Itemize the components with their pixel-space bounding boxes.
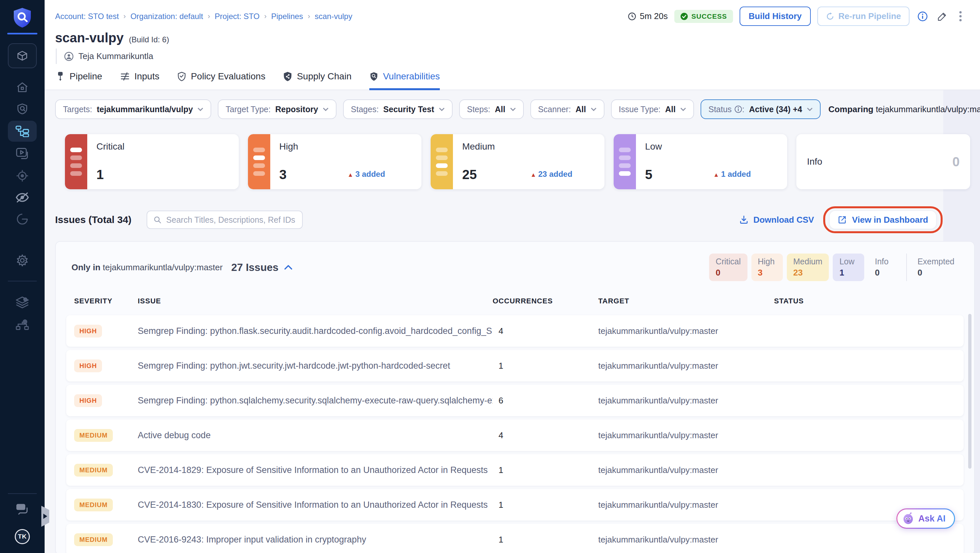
medium-gauge-icon	[431, 134, 453, 189]
edit-pencil-icon[interactable]	[936, 10, 949, 23]
filter-status[interactable]: Status : Active (34) +4	[700, 99, 821, 119]
breadcrumb-project[interactable]: Project: STO	[215, 12, 259, 21]
issue-row[interactable]: HIGH Semgrep Finding: python.jwt.securit…	[66, 350, 964, 381]
issues-count-toggle[interactable]: 27 Issues	[231, 261, 292, 273]
card-label: Medium	[462, 141, 495, 152]
issues-toolbar: Issues (Total 34) Download CSV View in D…	[55, 206, 980, 233]
tab-pipeline[interactable]: Pipeline	[56, 71, 102, 90]
page-title: scan-vulpy	[55, 30, 124, 45]
page-header: Account: STO test › Organization: defaul…	[45, 0, 980, 90]
module-selector-icon[interactable]	[8, 43, 37, 68]
download-csv-button[interactable]: Download CSV	[739, 215, 814, 225]
critical-card[interactable]: Critical 1	[65, 134, 239, 189]
filter-stages[interactable]: Stages:Security Test	[343, 99, 453, 119]
target-value: tejakummarikuntla/vulpy:master	[598, 500, 774, 510]
build-history-button[interactable]: Build History	[740, 6, 811, 26]
issue-title: Active debug code	[138, 430, 493, 440]
up-triangle-icon: ▲	[348, 172, 353, 178]
breadcrumb-separator: ›	[308, 12, 310, 21]
card-label: Critical	[96, 141, 125, 152]
refresh-icon	[826, 12, 834, 21]
low-card[interactable]: Low 5 ▲1 added	[614, 134, 788, 189]
default-settings-icon[interactable]	[15, 296, 30, 309]
tab-vulnerabilities[interactable]: Vulnerabilities	[369, 71, 440, 90]
chevron-down-icon	[591, 107, 597, 111]
pipelines-nav-item[interactable]	[8, 121, 37, 142]
chip-medium[interactable]: Medium23	[787, 254, 829, 281]
occurrences-value: 6	[493, 396, 598, 406]
targets-icon[interactable]	[16, 169, 29, 183]
inputs-icon	[120, 72, 130, 81]
high-card[interactable]: High 3 ▲3 added	[248, 134, 422, 189]
card-count: 0	[953, 154, 960, 169]
issue-title: Semgrep Finding: python.sqlalchemy.secur…	[138, 396, 493, 406]
breadcrumb-account[interactable]: Account: STO test	[55, 12, 119, 21]
settings-gear-icon[interactable]	[16, 254, 29, 267]
shield-network-icon	[283, 72, 292, 81]
card-count: 3	[280, 167, 286, 182]
baselines-icon[interactable]	[16, 213, 29, 226]
sto-logo-icon	[13, 7, 32, 28]
chip-info[interactable]: Info0	[868, 254, 900, 281]
executions-icon[interactable]	[16, 147, 29, 160]
overview-shield-icon[interactable]	[16, 102, 29, 116]
chevron-down-icon	[680, 107, 686, 111]
search-input[interactable]	[166, 215, 296, 225]
annotation-highlight-ring: View in Dashboard	[823, 206, 943, 233]
help-chat-icon[interactable]: ?	[15, 503, 30, 515]
chip-exempted[interactable]: Exempted0	[906, 254, 961, 281]
tab-policy-evaluations[interactable]: Policy Evaluations	[177, 71, 265, 90]
shield-check-icon	[177, 72, 186, 81]
main-area: Account: STO test › Organization: defaul…	[45, 0, 980, 553]
col-occurrences: OCCURRENCES	[493, 297, 598, 305]
build-duration: 5m 20s	[627, 11, 668, 21]
more-options-kebab-icon[interactable]	[955, 10, 966, 23]
table-scrollbar[interactable]	[968, 314, 972, 469]
vulnerabilities-content: Targets:tejakummarikuntla/vulpy Target T…	[45, 90, 980, 553]
breadcrumb-pipelines[interactable]: Pipelines	[271, 12, 303, 21]
view-in-dashboard-button[interactable]: View in Dashboard	[829, 210, 937, 229]
home-icon[interactable]	[16, 81, 29, 94]
ask-ai-button[interactable]: Ask AI	[896, 509, 955, 529]
user-icon	[64, 51, 74, 61]
occurrences-value: 1	[493, 500, 598, 510]
sidebar-bottom-divider	[8, 493, 37, 494]
up-triangle-icon: ▲	[713, 172, 719, 178]
breadcrumb-separator: ›	[264, 12, 266, 21]
medium-card[interactable]: Medium 25 ▲23 added	[431, 134, 605, 189]
exemptions-eye-off-icon[interactable]	[15, 192, 30, 203]
breadcrumb-organization[interactable]: Organization: default	[130, 12, 203, 21]
clock-icon	[627, 12, 636, 21]
issue-row[interactable]: HIGH Semgrep Finding: python.sqlalchemy.…	[66, 385, 964, 416]
chip-critical[interactable]: Critical0	[709, 254, 747, 281]
chevron-up-icon	[284, 265, 292, 270]
card-count: 1	[96, 167, 103, 182]
filter-targets[interactable]: Targets:tejakummarikuntla/vulpy	[55, 99, 211, 119]
issue-row[interactable]: MEDIUM CVE-2014-1830: Exposure of Sensit…	[66, 489, 964, 521]
issue-row[interactable]: MEDIUM CVE-2016-9243: Improper input val…	[66, 524, 964, 553]
breadcrumb: Account: STO test › Organization: defaul…	[55, 12, 352, 21]
chip-low[interactable]: Low1	[833, 254, 864, 281]
tab-inputs[interactable]: Inputs	[120, 71, 159, 90]
organization-settings-icon[interactable]	[15, 318, 30, 331]
chip-high[interactable]: High3	[751, 254, 783, 281]
user-avatar[interactable]: TK	[15, 529, 30, 544]
breadcrumb-separator: ›	[123, 12, 126, 21]
tab-supply-chain[interactable]: Supply Chain	[283, 71, 352, 90]
breadcrumb-current[interactable]: scan-vulpy	[315, 12, 352, 21]
target-value: tejakummarikuntla/vulpy:master	[598, 535, 774, 545]
added-delta: ▲1 added	[713, 170, 751, 179]
card-count: 25	[462, 167, 477, 182]
filter-issue-type[interactable]: Issue Type:All	[611, 99, 694, 119]
info-icon[interactable]	[916, 10, 929, 23]
ai-robot-icon	[902, 512, 915, 525]
issue-row[interactable]: HIGH Semgrep Finding: python.flask.secur…	[66, 315, 964, 347]
filter-steps[interactable]: Steps:All	[459, 99, 524, 119]
issue-row[interactable]: MEDIUM CVE-2014-1829: Exposure of Sensit…	[66, 454, 964, 486]
card-count: 5	[645, 167, 652, 182]
issue-row[interactable]: MEDIUM Active debug code 4 tejakummariku…	[66, 420, 964, 451]
filter-target-type[interactable]: Target Type:Repository	[218, 99, 337, 119]
info-card[interactable]: Info 0	[796, 134, 970, 189]
rerun-pipeline-button[interactable]: Re-run Pipeline	[817, 6, 910, 26]
filter-scanner[interactable]: Scanner:All	[530, 99, 605, 119]
